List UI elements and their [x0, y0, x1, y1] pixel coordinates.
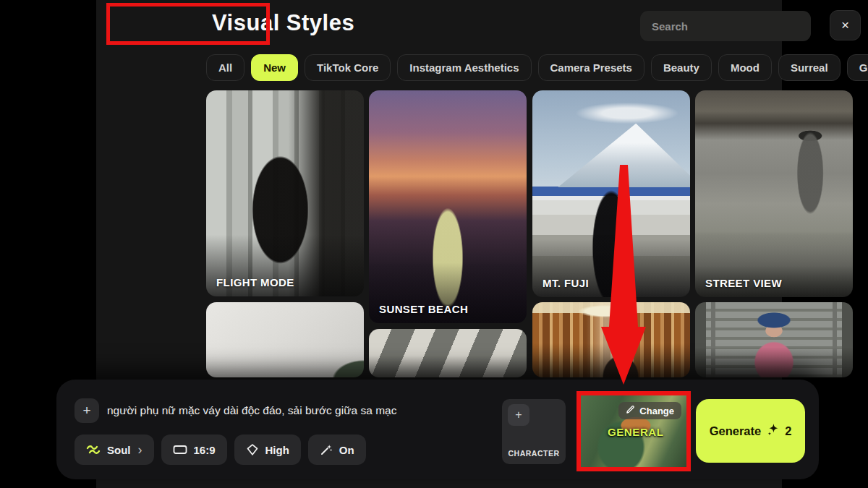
style-card-sunset-beach[interactable]: SUNSET BEACH [369, 90, 527, 323]
aspect-ratio-label: 16:9 [194, 444, 216, 456]
plus-icon: + [515, 408, 522, 421]
style-selector-thumbnail: Change GENERAL [581, 395, 686, 467]
search-input[interactable] [640, 11, 811, 41]
quality-chip[interactable]: High [234, 435, 301, 465]
close-icon: × [841, 17, 849, 33]
gem-icon [246, 443, 259, 456]
pencil-icon [626, 405, 635, 416]
style-card-row2-3[interactable] [532, 302, 690, 377]
style-card-row2-2[interactable] [369, 329, 527, 377]
enhance-label: On [339, 444, 354, 456]
filter-chip-tiktok-core[interactable]: TikTok Core [305, 54, 391, 81]
style-card-label: STREET VIEW [705, 277, 782, 289]
change-label: Change [639, 406, 674, 416]
add-attachment-button[interactable]: + [75, 398, 99, 423]
filter-chip-camera-presets[interactable]: Camera Presets [538, 54, 644, 81]
filter-chip-surreal[interactable]: Surreal [778, 54, 841, 81]
style-card-label: MT. FUJI [542, 277, 589, 289]
selected-style-value: GENERAL [608, 426, 664, 438]
composer-bar: + Soul › 16:9 [56, 380, 819, 479]
filter-chip-new[interactable]: New [251, 54, 298, 81]
filter-chip-instagram-aesthetics[interactable]: Instagram Aesthetics [397, 54, 531, 81]
close-button[interactable]: × [830, 10, 861, 40]
plus-icon: + [82, 403, 90, 419]
filter-chip-graphic-art[interactable]: Graphic Art [847, 54, 868, 81]
style-card-label: SUNSET BEACH [379, 303, 468, 315]
aspect-ratio-icon [173, 445, 187, 455]
filter-chip-all[interactable]: All [206, 54, 244, 81]
filter-chip-mood[interactable]: Mood [718, 54, 772, 81]
generate-button[interactable]: Generate 2 [696, 399, 805, 463]
add-character-button[interactable]: + [508, 404, 529, 426]
style-card-label: FLIGHT MODE [216, 276, 294, 288]
model-chip-label: Soul [107, 444, 131, 456]
character-label: CHARACTER [502, 449, 566, 458]
generate-label: Generate [710, 424, 762, 438]
style-card-flight-mode[interactable]: FLIGHT MODE [206, 90, 364, 296]
screen: Visual Styles × All New TikTok Core Inst… [0, 0, 868, 488]
chevron-right-icon: › [138, 442, 142, 458]
style-card-row2-1[interactable] [206, 302, 364, 377]
filter-chip-row: All New TikTok Core Instagram Aesthetics… [206, 54, 868, 81]
soul-squiggle-icon [86, 444, 101, 455]
prompt-input[interactable] [107, 398, 512, 424]
magic-wand-icon [320, 443, 333, 456]
character-selector[interactable]: + CHARACTER [502, 399, 566, 464]
composer-settings-row: Soul › 16:9 High [75, 435, 366, 465]
style-card-row2-4[interactable] [695, 302, 853, 377]
style-card-street-view[interactable]: STREET VIEW [695, 90, 853, 297]
style-card-mt-fuji[interactable]: MT. FUJI [532, 90, 690, 297]
quality-label: High [265, 444, 289, 456]
change-style-button[interactable]: Change [618, 402, 681, 419]
aspect-ratio-chip[interactable]: 16:9 [161, 435, 227, 465]
enhance-chip[interactable]: On [308, 435, 366, 465]
filter-chip-beauty[interactable]: Beauty [651, 54, 712, 81]
generate-credits: 2 [785, 424, 791, 438]
sparkle-icon [766, 423, 780, 440]
model-chip-soul[interactable]: Soul › [75, 435, 154, 465]
page-title: Visual Styles [212, 10, 354, 36]
style-selector[interactable]: Change GENERAL [576, 391, 691, 471]
